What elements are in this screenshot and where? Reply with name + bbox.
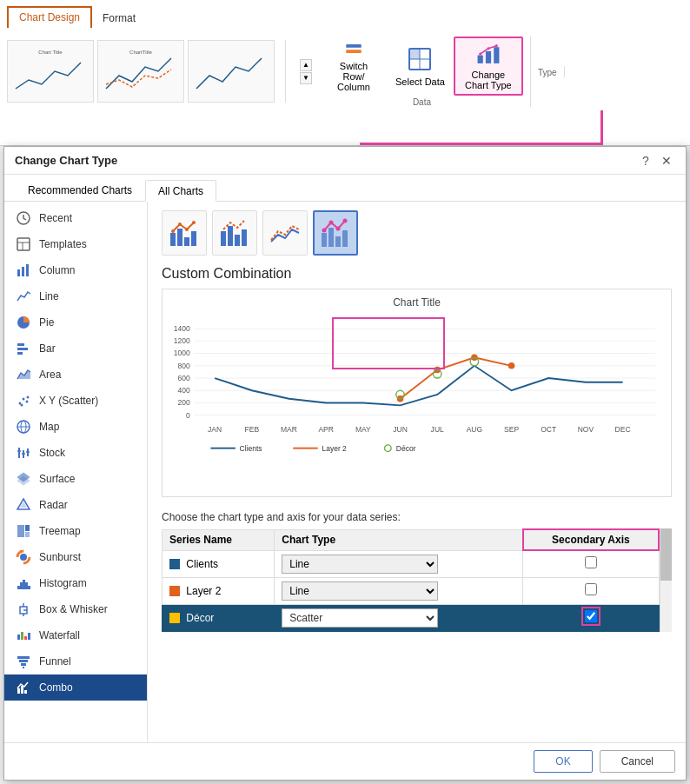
select-data-button[interactable]: Select Data: [388, 37, 452, 96]
checkbox-layer2[interactable]: [585, 583, 597, 595]
sidebar-item-bar[interactable]: Bar: [4, 336, 147, 362]
svg-text:1000: 1000: [174, 349, 190, 357]
sidebar-item-column[interactable]: Column: [4, 257, 147, 283]
switch-row-column-button[interactable]: Switch Row/ Column: [321, 37, 387, 96]
svg-rect-82: [328, 228, 334, 247]
line-icon: [15, 288, 32, 305]
tab-recommended-charts[interactable]: Recommended Charts: [15, 180, 145, 201]
svg-text:JUN: JUN: [393, 425, 408, 434]
svg-rect-61: [28, 633, 30, 640]
svg-rect-83: [335, 236, 341, 247]
chart-thumb-2[interactable]: ChartTitle: [97, 40, 184, 103]
svg-rect-24: [17, 352, 23, 355]
ok-button[interactable]: OK: [534, 750, 592, 773]
select-data-label: Select Data: [395, 76, 445, 87]
svg-rect-60: [24, 636, 27, 640]
svg-point-11: [479, 52, 481, 55]
sidebar-item-histogram[interactable]: Histogram: [4, 570, 147, 596]
sidebar-label-stock: Stock: [39, 447, 65, 459]
sidebar-item-xy-scatter[interactable]: X Y (Scatter): [4, 388, 147, 414]
scroll-down-btn[interactable]: ▼: [300, 72, 312, 84]
table-row: Clients Line Bar Column Area Scatter: [163, 550, 660, 577]
svg-text:400: 400: [177, 386, 189, 395]
svg-rect-20: [26, 264, 29, 276]
scroll-up-btn[interactable]: ▲: [300, 59, 312, 71]
sidebar-item-treemap[interactable]: Treemap: [4, 518, 147, 544]
sidebar-item-radar[interactable]: Radar: [4, 492, 147, 518]
svg-text:MAR: MAR: [281, 425, 297, 434]
sidebar-item-combo[interactable]: Combo: [4, 674, 147, 701]
chart-svg: 1400 1200 1000 800 600 400 200 0: [169, 312, 664, 477]
svg-text:AUG: AUG: [467, 425, 482, 434]
ribbon-content: Chart Title ChartTitle: [0, 28, 690, 115]
series-charttype-clients: Line Bar Column Area Scatter: [275, 550, 523, 577]
svg-point-87: [336, 227, 341, 231]
dialog-close-button[interactable]: ✕: [658, 152, 675, 169]
sidebar-item-templates[interactable]: Templates: [4, 231, 147, 257]
data-section: Switch Row/ Column Select Data: [314, 37, 531, 107]
sidebar-label-box-whisker: Box & Whisker: [39, 603, 108, 615]
svg-text:APR: APR: [318, 425, 334, 434]
svg-text:800: 800: [177, 362, 189, 370]
svg-rect-44: [17, 525, 24, 537]
ribbon-tabs: Chart Design Format: [0, 0, 690, 28]
dialog-title-bar: Change Chart Type ? ✕: [4, 147, 686, 175]
change-chart-type-button[interactable]: Change Chart Type: [454, 37, 523, 96]
svg-rect-67: [21, 686, 23, 694]
svg-rect-71: [184, 237, 189, 246]
sidebar-item-surface[interactable]: Surface: [4, 466, 147, 492]
series-select-layer2[interactable]: Line Bar Column Area Scatter: [282, 581, 438, 601]
sidebar-item-stock[interactable]: Stock: [4, 440, 147, 466]
sidebar-item-pie[interactable]: Pie: [4, 309, 147, 336]
dialog-main-content: Custom Combination Chart Title 1400 1200…: [148, 202, 686, 742]
checkbox-clients[interactable]: [585, 556, 597, 568]
series-select-decor[interactable]: Line Bar Column Area Scatter: [282, 608, 438, 628]
sidebar-item-area[interactable]: Area: [4, 362, 147, 388]
combo-type-3[interactable]: [262, 210, 308, 256]
tab-all-charts[interactable]: All Charts: [145, 180, 216, 202]
svg-point-47: [20, 554, 27, 561]
sidebar-item-box-whisker[interactable]: Box & Whisker: [4, 596, 147, 622]
series-table-wrapper: Series Name Chart Type Secondary Axis Cl…: [162, 528, 672, 632]
connector-line: [600, 110, 603, 145]
svg-rect-9: [486, 50, 491, 63]
svg-point-76: [192, 221, 196, 224]
combo-type-2[interactable]: [212, 210, 257, 256]
scrollbar-thumb: [660, 528, 672, 581]
tab-chart-design[interactable]: Chart Design: [7, 6, 92, 28]
chart-thumb-1[interactable]: Chart Title: [7, 40, 94, 103]
sidebar-item-waterfall[interactable]: Waterfall: [4, 622, 147, 648]
svg-rect-72: [191, 231, 196, 246]
tab-format[interactable]: Format: [92, 9, 146, 28]
dialog-footer: OK Cancel: [4, 742, 686, 780]
series-select-clients[interactable]: Line Bar Column Area Scatter: [282, 555, 438, 574]
sidebar-label-templates: Templates: [39, 238, 87, 250]
combo-type-1[interactable]: [162, 210, 207, 256]
svg-rect-52: [25, 582, 28, 589]
surface-icon: [15, 470, 32, 488]
svg-text:JUL: JUL: [431, 425, 444, 434]
dialog-tabs: Recommended Charts All Charts: [4, 175, 686, 202]
series-color-clients: [169, 559, 180, 569]
sidebar-item-funnel[interactable]: Funnel: [4, 648, 147, 674]
series-table-scroll: Series Name Chart Type Secondary Axis Cl…: [162, 528, 660, 632]
change-chart-type-dialog: Change Chart Type ? ✕ Recommended Charts…: [3, 146, 687, 781]
type-section-label: Type: [538, 66, 557, 77]
series-table-scrollbar[interactable]: [660, 528, 672, 632]
svg-rect-80: [242, 229, 247, 246]
sidebar-item-line[interactable]: Line: [4, 283, 147, 309]
sidebar-item-sunburst[interactable]: Sunburst: [4, 544, 147, 570]
combo-type-4[interactable]: [313, 210, 358, 256]
cancel-button[interactable]: Cancel: [600, 750, 675, 773]
series-color-decor: [169, 613, 180, 623]
svg-point-12: [487, 47, 489, 50]
series-color-layer2: [169, 586, 180, 596]
sidebar-label-bar: Bar: [39, 342, 56, 355]
sidebar-item-recent[interactable]: Recent: [4, 205, 147, 231]
svg-text:JAN: JAN: [208, 425, 222, 434]
dialog-body: Recent Templates Column Line: [4, 202, 686, 742]
checkbox-decor[interactable]: [585, 610, 597, 622]
sidebar-item-map[interactable]: Map: [4, 414, 147, 440]
dialog-help-button[interactable]: ?: [637, 152, 654, 169]
chart-thumb-3[interactable]: [188, 40, 275, 103]
